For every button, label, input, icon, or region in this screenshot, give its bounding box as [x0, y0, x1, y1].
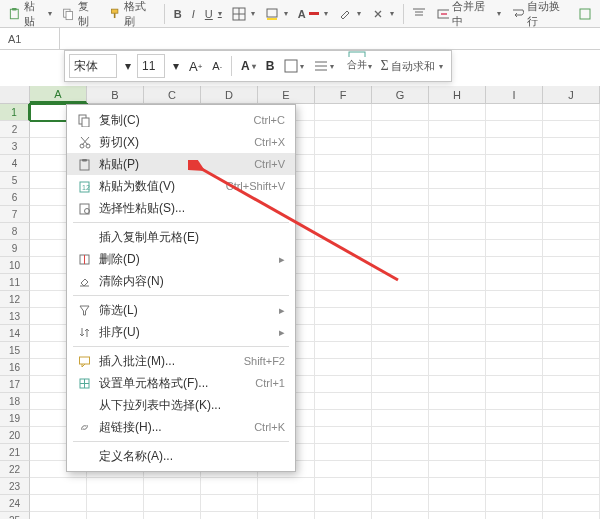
cell-I23[interactable] — [486, 478, 543, 495]
font-size-input[interactable] — [137, 54, 165, 78]
row-header-4[interactable]: 4 — [0, 155, 30, 172]
cell-G9[interactable] — [372, 240, 429, 257]
cell-F7[interactable] — [315, 206, 372, 223]
ctx-paste[interactable]: 粘贴(P) Ctrl+V — [67, 153, 295, 175]
cell-G14[interactable] — [372, 325, 429, 342]
cell-J9[interactable] — [543, 240, 600, 257]
cell-J3[interactable] — [543, 138, 600, 155]
cell-J12[interactable] — [543, 291, 600, 308]
cell-D24[interactable] — [201, 495, 258, 512]
col-header-I[interactable]: I — [486, 86, 543, 103]
cell-H22[interactable] — [429, 461, 486, 478]
cell-H7[interactable] — [429, 206, 486, 223]
italic-button[interactable]: I — [188, 3, 199, 25]
cell-G12[interactable] — [372, 291, 429, 308]
row-header-23[interactable]: 23 — [0, 478, 30, 495]
cell-J1[interactable] — [543, 104, 600, 121]
row-header-15[interactable]: 15 — [0, 342, 30, 359]
cell-F16[interactable] — [315, 359, 372, 376]
row-header-6[interactable]: 6 — [0, 189, 30, 206]
clear-format-button[interactable]: ▾ — [367, 3, 398, 25]
cell-G11[interactable] — [372, 274, 429, 291]
row-header-16[interactable]: 16 — [0, 359, 30, 376]
cell-G3[interactable] — [372, 138, 429, 155]
cell-G25[interactable] — [372, 512, 429, 519]
cell-I17[interactable] — [486, 376, 543, 393]
cell-G21[interactable] — [372, 444, 429, 461]
cell-I2[interactable] — [486, 121, 543, 138]
cell-J23[interactable] — [543, 478, 600, 495]
cell-F12[interactable] — [315, 291, 372, 308]
cell-J19[interactable] — [543, 410, 600, 427]
cell-F13[interactable] — [315, 308, 372, 325]
autosum-button[interactable]: Σ 自动求和▾ — [376, 58, 446, 74]
cell-B24[interactable] — [87, 495, 144, 512]
increase-font-button[interactable]: A+ — [185, 54, 206, 78]
cell-F3[interactable] — [315, 138, 372, 155]
cell-F9[interactable] — [315, 240, 372, 257]
ctx-hyperlink[interactable]: 超链接(H)... Ctrl+K — [67, 416, 295, 438]
cell-I8[interactable] — [486, 223, 543, 240]
cell-H3[interactable] — [429, 138, 486, 155]
cell-F23[interactable] — [315, 478, 372, 495]
row-header-22[interactable]: 22 — [0, 461, 30, 478]
cell-J18[interactable] — [543, 393, 600, 410]
row-header-7[interactable]: 7 — [0, 206, 30, 223]
col-header-A[interactable]: A — [30, 86, 87, 103]
cell-F8[interactable] — [315, 223, 372, 240]
ctx-filter[interactable]: 筛选(L) ▸ — [67, 299, 295, 321]
cell-F10[interactable] — [315, 257, 372, 274]
cell-F14[interactable] — [315, 325, 372, 342]
mini-align-button[interactable]: ▾ — [310, 54, 338, 78]
wrap-text-button[interactable]: 自动换行 — [507, 3, 572, 25]
cell-H13[interactable] — [429, 308, 486, 325]
cell-F22[interactable] — [315, 461, 372, 478]
row-header-2[interactable]: 2 — [0, 121, 30, 138]
cell-G4[interactable] — [372, 155, 429, 172]
cell-F5[interactable] — [315, 172, 372, 189]
cell-I4[interactable] — [486, 155, 543, 172]
cell-I7[interactable] — [486, 206, 543, 223]
cell-J22[interactable] — [543, 461, 600, 478]
cell-J6[interactable] — [543, 189, 600, 206]
border-button[interactable]: ▾ — [228, 3, 259, 25]
cell-J8[interactable] — [543, 223, 600, 240]
cell-G7[interactable] — [372, 206, 429, 223]
cell-G15[interactable] — [372, 342, 429, 359]
cell-H8[interactable] — [429, 223, 486, 240]
cell-D25[interactable] — [201, 512, 258, 519]
mini-border-button[interactable]: ▾ — [280, 54, 308, 78]
cell-F15[interactable] — [315, 342, 372, 359]
cell-J24[interactable] — [543, 495, 600, 512]
cell-I21[interactable] — [486, 444, 543, 461]
ctx-define-name[interactable]: 定义名称(A)... — [67, 445, 295, 467]
cell-E23[interactable] — [258, 478, 315, 495]
cell-H1[interactable] — [429, 104, 486, 121]
row-header-18[interactable]: 18 — [0, 393, 30, 410]
cell-J17[interactable] — [543, 376, 600, 393]
cell-H9[interactable] — [429, 240, 486, 257]
cell-J20[interactable] — [543, 427, 600, 444]
cell-H25[interactable] — [429, 512, 486, 519]
cell-G22[interactable] — [372, 461, 429, 478]
cell-H14[interactable] — [429, 325, 486, 342]
cell-J7[interactable] — [543, 206, 600, 223]
row-header-3[interactable]: 3 — [0, 138, 30, 155]
cell-F1[interactable] — [315, 104, 372, 121]
cell-H10[interactable] — [429, 257, 486, 274]
cell-D23[interactable] — [201, 478, 258, 495]
cell-J15[interactable] — [543, 342, 600, 359]
cell-G24[interactable] — [372, 495, 429, 512]
cell-H16[interactable] — [429, 359, 486, 376]
cell-G13[interactable] — [372, 308, 429, 325]
font-family-dropdown-icon[interactable]: ▾ — [121, 54, 135, 78]
cell-G20[interactable] — [372, 427, 429, 444]
cell-I9[interactable] — [486, 240, 543, 257]
row-header-21[interactable]: 21 — [0, 444, 30, 461]
col-header-H[interactable]: H — [429, 86, 486, 103]
cell-H11[interactable] — [429, 274, 486, 291]
ctx-comment[interactable]: 插入批注(M)... Shift+F2 — [67, 350, 295, 372]
row-header-25[interactable]: 25 — [0, 512, 30, 519]
cell-G16[interactable] — [372, 359, 429, 376]
cell-J25[interactable] — [543, 512, 600, 519]
